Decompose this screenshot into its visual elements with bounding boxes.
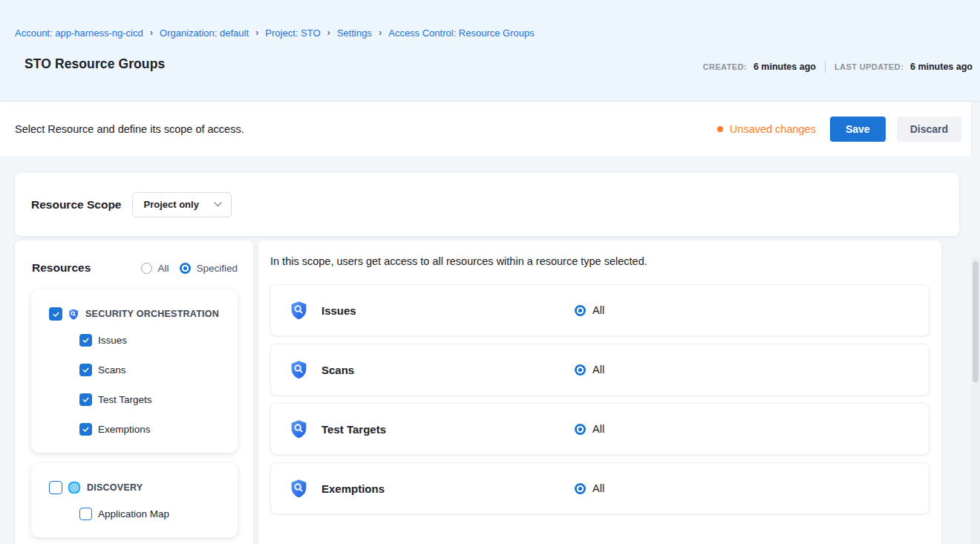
page-title: STO Resource Groups <box>24 56 165 72</box>
scrollbar-thumb[interactable] <box>973 261 979 382</box>
resource-type-title: Exemptions <box>321 482 385 495</box>
access-all-radio[interactable] <box>575 424 586 435</box>
resource-access-row: Exemptions All <box>270 462 930 514</box>
page-body: Resource Scope Project only Resources Al… <box>0 156 980 544</box>
breadcrumb-link[interactable]: Settings <box>337 27 372 39</box>
breadcrumb-separator-icon: › <box>379 27 382 37</box>
resource-groups-list: SECURITY ORCHESTRATION Issues Scans Test… <box>15 289 253 537</box>
access-all-radio[interactable] <box>575 483 586 494</box>
access-scope-selector: All <box>575 482 604 494</box>
unsaved-changes-indicator: Unsaved changes <box>717 123 816 135</box>
resource-type-label: Application Map <box>98 508 169 520</box>
resource-type-item: Test Targets <box>31 384 238 414</box>
resource-type-item: Exemptions <box>31 414 238 444</box>
breadcrumb-separator-icon: › <box>327 27 330 37</box>
resource-type-item: Issues <box>31 325 238 355</box>
discard-button[interactable]: Discard <box>897 117 961 142</box>
scrollbar-track[interactable] <box>971 258 980 544</box>
resource-group-children: Issues Scans Test Targets Exemptions <box>31 325 238 444</box>
shield-search-icon <box>289 300 309 321</box>
page-header: Account: app-harness-ng-cicd›Organizatio… <box>0 0 980 102</box>
resource-type-checkbox[interactable] <box>79 364 92 376</box>
resource-scope-selected-value: Project only <box>143 199 198 210</box>
access-scope-selector: All <box>575 423 604 435</box>
unsaved-dot-icon <box>717 126 723 132</box>
resource-access-rows: Issues All Scans All Test Targets <box>270 284 930 514</box>
save-button[interactable]: Save <box>830 117 886 142</box>
resource-group-header: SECURITY ORCHESTRATION <box>31 303 238 325</box>
shield-search-icon <box>289 359 309 380</box>
resources-panel: Resources All Specified SECURIT <box>15 240 253 544</box>
radar-icon <box>68 481 81 494</box>
scope-access-description: In this scope, users get access to all r… <box>270 255 930 267</box>
action-toolbar: Select Resource and define its scope of … <box>0 102 971 156</box>
resource-type-item: Scans <box>31 355 238 384</box>
breadcrumb-separator-icon: › <box>150 27 153 37</box>
resource-type-title: Test Targets <box>321 423 386 436</box>
resource-type-label: Issues <box>98 335 127 346</box>
resource-type-checkbox[interactable] <box>79 423 92 436</box>
resource-mode-radios: All Specified <box>141 263 238 274</box>
resource-scope-dropdown[interactable]: Project only <box>132 192 231 217</box>
resources-panel-header: Resources All Specified <box>15 240 253 275</box>
resource-scope-label: Resource Scope <box>31 198 121 212</box>
resources-title: Resources <box>32 261 91 275</box>
resource-group-checkbox[interactable] <box>49 307 62 321</box>
resource-group-header: DISCOVERY <box>31 476 238 499</box>
created-value: 6 minutes ago <box>754 62 816 72</box>
radio-all-label: All <box>157 263 169 274</box>
last-updated-label: LAST UPDATED: <box>834 62 904 71</box>
access-all-radio[interactable] <box>575 364 586 376</box>
resource-type-label: Exemptions <box>98 424 151 435</box>
resource-access-row: Test Targets All <box>270 403 930 455</box>
resource-type-checkbox[interactable] <box>79 334 92 347</box>
resource-group-checkbox[interactable] <box>49 481 62 494</box>
timestamps: CREATED: 6 minutes ago LAST UPDATED: 6 m… <box>703 61 973 73</box>
resource-group-label: DISCOVERY <box>87 482 143 493</box>
access-scope-selector: All <box>575 364 604 376</box>
breadcrumb-link[interactable]: Account: app-harness-ng-cicd <box>15 27 143 39</box>
radio-all-control[interactable] <box>141 263 152 274</box>
access-all-label: All <box>592 482 604 494</box>
resource-type-title: Scans <box>321 364 354 376</box>
resource-group-label: SECURITY ORCHESTRATION <box>85 309 219 319</box>
shield-search-icon <box>68 308 79 321</box>
created-label: CREATED: <box>703 62 747 71</box>
breadcrumb-link[interactable]: Organization: default <box>160 27 249 39</box>
access-scope-selector: All <box>575 304 604 316</box>
resource-access-row: Issues All <box>270 284 930 336</box>
resource-access-panel: In this scope, users get access to all r… <box>258 240 941 544</box>
radio-specified-label: Specified <box>196 263 238 274</box>
resource-group-children: Application Map <box>31 499 238 528</box>
breadcrumb-link[interactable]: Project: STO <box>265 27 320 39</box>
radar-icon <box>68 481 81 494</box>
resource-type-item: Application Map <box>31 499 238 528</box>
resource-access-row: Scans All <box>270 344 930 396</box>
breadcrumb-link[interactable]: Access Control: Resource Groups <box>388 27 535 39</box>
timestamp-divider <box>825 61 826 73</box>
resource-type-title: Issues <box>321 304 356 317</box>
access-all-label: All <box>592 364 604 376</box>
access-all-label: All <box>592 423 604 435</box>
radio-specified-control[interactable] <box>180 263 191 274</box>
unsaved-changes-label: Unsaved changes <box>730 123 816 135</box>
resource-group-card: DISCOVERY Application Map <box>31 463 238 537</box>
chevron-down-icon <box>214 202 222 207</box>
shield-search-icon <box>289 419 309 439</box>
resource-type-checkbox[interactable] <box>79 393 92 406</box>
resource-type-label: Scans <box>98 364 126 376</box>
toolbar-description: Select Resource and define its scope of … <box>15 123 244 135</box>
shield-search-icon <box>68 308 79 321</box>
access-all-label: All <box>592 304 604 316</box>
resource-group-card: SECURITY ORCHESTRATION Issues Scans Test… <box>31 289 238 453</box>
radio-option-all[interactable]: All <box>141 263 169 274</box>
radio-option-specified[interactable]: Specified <box>180 263 238 274</box>
toolbar-actions: Unsaved changes Save Discard <box>717 117 961 142</box>
access-all-radio[interactable] <box>575 305 586 316</box>
breadcrumb: Account: app-harness-ng-cicd›Organizatio… <box>15 27 535 39</box>
last-updated-value: 6 minutes ago <box>910 62 973 72</box>
resource-scope-card: Resource Scope Project only <box>15 173 959 236</box>
shield-search-icon <box>289 478 309 499</box>
resource-type-checkbox[interactable] <box>79 508 92 520</box>
breadcrumb-separator-icon: › <box>255 27 258 37</box>
